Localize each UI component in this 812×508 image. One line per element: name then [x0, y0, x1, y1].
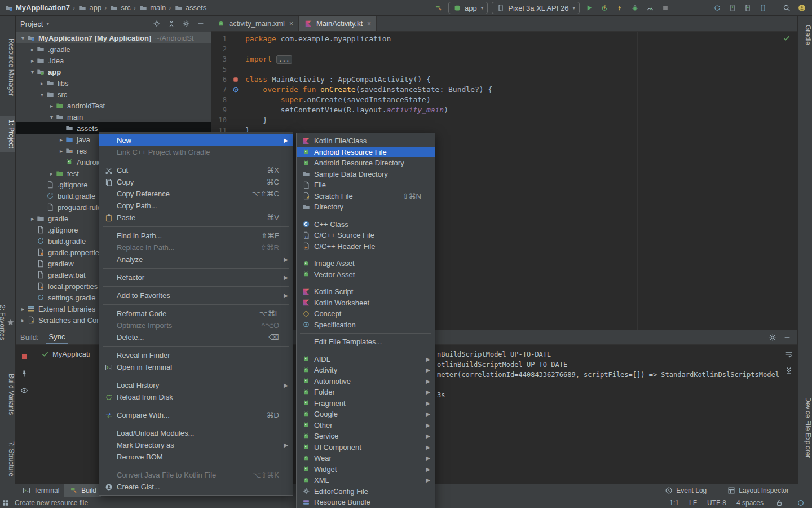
expand-toggle-icon[interactable]: ▸	[58, 137, 65, 143]
tool-button-1-project[interactable]: 1: Project	[0, 116, 15, 152]
apply-changes-icon[interactable]	[599, 2, 610, 14]
scroll-to-end-icon[interactable]	[784, 365, 794, 375]
avd-manager-icon[interactable]	[757, 2, 769, 14]
menu-item-sample-data-directory[interactable]: Sample Data Directory	[297, 169, 435, 180]
menu-item-refactor[interactable]: Refactor▶	[99, 271, 293, 283]
editor-tab-mainactivity-kt[interactable]: MainActivity.kt×	[299, 16, 377, 31]
menu-item-link-c-project-with-gradle[interactable]: Link C++ Project with Gradle	[99, 146, 293, 158]
filter-eye-icon[interactable]	[19, 386, 29, 396]
device-manager-icon[interactable]	[727, 2, 738, 14]
expand-toggle-icon[interactable]: ▸	[29, 46, 36, 52]
menu-item-c-class[interactable]: C++ Class	[297, 219, 435, 230]
menu-item-create-gist[interactable]: Create Gist...	[99, 481, 293, 493]
user-avatar[interactable]	[796, 2, 807, 14]
menu-item-new[interactable]: New▶	[99, 134, 293, 146]
expand-toggle-icon[interactable]: ▾	[38, 91, 46, 98]
breadcrumb-item-src[interactable]: src	[109, 3, 130, 12]
tree-item-myapplication7-my-application[interactable]: ▾MyApplication7 [My Application]~/Androi…	[16, 32, 211, 43]
sdk-manager-icon[interactable]	[742, 2, 753, 14]
expand-toggle-icon[interactable]: ▸	[29, 216, 36, 222]
menu-item-delete[interactable]: Delete...⌫	[99, 331, 293, 343]
menu-item-resource-bundle[interactable]: Resource Bundle	[297, 497, 435, 508]
toolwindow-button-build[interactable]: Build	[64, 484, 102, 497]
breadcrumb-item-myapplication7[interactable]: MyApplication7	[5, 3, 70, 12]
settings-gear-icon[interactable]	[180, 18, 192, 29]
hide-panel-icon[interactable]	[782, 332, 793, 343]
background-tasks-icon[interactable]	[795, 497, 806, 508]
tool-button-resource-manager[interactable]: Resource Manager	[0, 35, 15, 99]
menu-item-convert-java-file-to-kotlin-file[interactable]: Convert Java File to Kotlin File⌥⇧⌘K	[99, 469, 293, 481]
tree-item-idea[interactable]: ▸.idea	[16, 55, 211, 66]
soft-wrap-icon[interactable]	[784, 349, 794, 360]
profiler-icon[interactable]	[645, 2, 656, 14]
code-line[interactable]: 1package com.example.myapplication	[211, 34, 797, 44]
menu-item-load-unload-modules[interactable]: Load/Unload Modules...	[99, 427, 293, 439]
pin-icon[interactable]	[19, 369, 29, 379]
menu-item-folder[interactable]: Folder▶	[297, 387, 435, 398]
menu-item-edit-file-templates[interactable]: Edit File Templates...	[297, 336, 435, 348]
debug-icon[interactable]	[629, 2, 641, 14]
build-tree-item[interactable]: MyApplicati	[41, 349, 90, 358]
status-segment-lf[interactable]: LF	[689, 499, 697, 507]
code-line[interactable]: 6class MainActivity : AppCompatActivity(…	[211, 75, 797, 85]
menu-item-copy-reference[interactable]: Copy Reference⌥⇧⌘C	[99, 188, 293, 200]
menu-item-reveal-in-finder[interactable]: Reveal in Finder	[99, 349, 293, 361]
gutter-override-icon[interactable]	[231, 85, 240, 94]
device-select[interactable]: Pixel 3a XL API 26 ▾	[492, 2, 580, 14]
tool-button-build-variants[interactable]: Build Variants	[0, 370, 15, 418]
menu-item-local-history[interactable]: Local History▶	[99, 379, 293, 391]
menu-item-ui-component[interactable]: UI Component▶	[297, 442, 435, 453]
expand-toggle-icon[interactable]: ▸	[48, 170, 55, 177]
expand-toggle-icon[interactable]: ▸	[29, 58, 36, 64]
status-segment-1-1[interactable]: 1:1	[669, 499, 679, 507]
breadcrumb-item-app[interactable]: app	[78, 3, 102, 12]
editor-tab-activity-main-xml[interactable]: activity_main.xml×	[211, 16, 299, 31]
gutter-class-icon[interactable]	[231, 75, 240, 84]
build-tab-sync[interactable]: Sync	[46, 331, 69, 344]
tree-item-app[interactable]: ▾app	[16, 66, 211, 77]
menu-item-android-resource-directory[interactable]: Android Resource Directory	[297, 157, 435, 169]
menu-item-compare-with[interactable]: Compare With...⌘D	[99, 409, 293, 421]
tool-button-device-file-explorer[interactable]: Device File Explorer	[798, 394, 812, 461]
tool-button-2-favorites[interactable]: 2: Favorites	[0, 301, 15, 344]
sync-gradle-icon[interactable]	[712, 2, 723, 14]
menu-item-other[interactable]: Other▶	[297, 420, 435, 431]
locate-file-icon[interactable]	[151, 18, 162, 29]
menu-item-activity[interactable]: Activity▶	[297, 365, 435, 376]
hide-panel-icon[interactable]	[195, 18, 206, 29]
menu-item-kotlin-file-class[interactable]: Kotlin File/Class	[297, 135, 435, 147]
build-log[interactable]: nBuildScriptModel UP-TO-DATEotlinBuildSc…	[437, 349, 780, 400]
menu-item-kotlin-worksheet[interactable]: Kotlin Worksheet	[297, 297, 435, 309]
run-configuration-select[interactable]: app ▾	[448, 2, 488, 14]
collapse-all-icon[interactable]	[166, 18, 177, 29]
close-tab-icon[interactable]: ×	[367, 20, 371, 28]
expand-toggle-icon[interactable]: ▸	[38, 80, 46, 86]
menu-item-xml[interactable]: XML▶	[297, 475, 435, 486]
settings-gear-icon[interactable]	[767, 332, 778, 343]
menu-item-editorconfig-file[interactable]: EditorConfig File	[297, 486, 435, 497]
tool-button-7-structure[interactable]: 7: Structure	[0, 438, 15, 480]
menu-item-paste[interactable]: Paste⌘V	[99, 212, 293, 224]
close-tab-icon[interactable]: ×	[289, 20, 293, 28]
toolwindow-button-terminal[interactable]: Terminal	[17, 484, 64, 497]
menu-item-copy-path[interactable]: Copy Path...	[99, 200, 293, 212]
menu-item-optimize-imports[interactable]: Optimize Imports^⌥O	[99, 319, 293, 331]
expand-toggle-icon[interactable]: ▾	[48, 114, 55, 120]
tool-button-gradle[interactable]: Gradle	[798, 21, 812, 49]
menu-item-find-in-path[interactable]: Find in Path...⇧⌘F	[99, 230, 293, 242]
menu-item-kotlin-script[interactable]: Kotlin Script	[297, 286, 435, 297]
menu-item-wear[interactable]: Wear▶	[297, 453, 435, 464]
expand-toggle-icon[interactable]: ▾	[29, 69, 36, 75]
expand-toggle-icon[interactable]: ▸	[19, 317, 27, 323]
code-line[interactable]: 8 super.onCreate(savedInstanceState)	[211, 95, 797, 105]
menu-item-concept[interactable]: Concept	[297, 308, 435, 319]
breadcrumb-item-assets[interactable]: assets	[174, 3, 207, 12]
search-icon[interactable]	[781, 2, 792, 14]
menu-item-reformat-code[interactable]: Reformat Code⌥⌘L	[99, 308, 293, 319]
toolwindow-button-event-log[interactable]: Event Log	[659, 484, 712, 497]
code-line[interactable]: 2	[211, 44, 797, 54]
menu-item-scratch-file[interactable]: Scratch File⇧⌘N	[297, 191, 435, 202]
expand-toggle-icon[interactable]: ▸	[58, 148, 65, 154]
code-line[interactable]: 10 }	[211, 115, 797, 125]
code-line[interactable]: 7 override fun onCreate(savedInstanceSta…	[211, 85, 797, 95]
